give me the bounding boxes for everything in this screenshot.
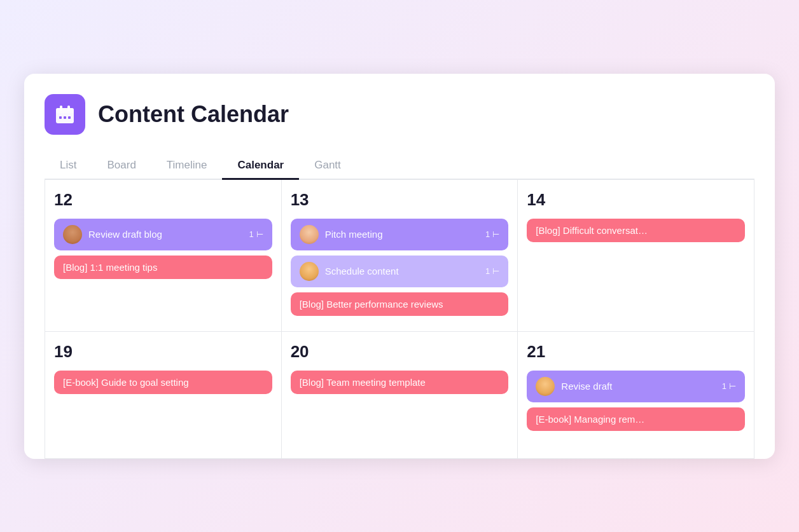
date-13: 13: [291, 190, 509, 210]
events-19: [E-book] Guide to goal setting: [54, 371, 272, 394]
event-label: [E-book] Guide to goal setting: [63, 377, 263, 388]
event-label: [Blog] Difficult conversat…: [536, 225, 736, 236]
subtask-icon: ⊢: [256, 229, 263, 239]
svg-rect-3: [67, 106, 70, 111]
nav-tabs: List Board Timeline Calendar Gantt: [45, 153, 754, 180]
events-14: [Blog] Difficult conversat…: [527, 219, 745, 242]
tab-list[interactable]: List: [45, 153, 92, 180]
event-label: [Blog] 1:1 meeting tips: [63, 262, 263, 273]
date-14: 14: [527, 190, 745, 210]
app-icon: [45, 94, 85, 135]
calendar-cell-13: 13 Pitch meeting 1 ⊢ Schedule content 1 …: [282, 180, 518, 332]
event-label: Revise draft: [561, 381, 715, 392]
svg-rect-1: [56, 108, 74, 113]
calendar-cell-21: 21 Revise draft 1 ⊢ [E-book] Managing re…: [518, 332, 754, 459]
header: Content Calendar: [45, 94, 754, 135]
event-review-draft-blog[interactable]: Review draft blog 1 ⊢: [54, 219, 272, 250]
tab-gantt[interactable]: Gantt: [299, 153, 356, 180]
events-12: Review draft blog 1 ⊢ [Blog] 1:1 meeting…: [54, 219, 272, 279]
event-label: Schedule content: [325, 266, 479, 276]
event-label: [Blog] Better performance reviews: [300, 299, 500, 310]
event-revise-draft[interactable]: Revise draft 1 ⊢: [527, 371, 745, 402]
page-title: Content Calendar: [98, 101, 289, 128]
date-12: 12: [54, 190, 272, 210]
event-schedule-content[interactable]: Schedule content 1 ⊢: [291, 256, 509, 287]
event-ebook-goal[interactable]: [E-book] Guide to goal setting: [54, 371, 272, 394]
date-20: 20: [291, 342, 509, 362]
event-pitch-meeting[interactable]: Pitch meeting 1 ⊢: [291, 219, 509, 250]
calendar-icon: [55, 104, 75, 125]
events-21: Revise draft 1 ⊢ [E-book] Managing rem…: [527, 371, 745, 431]
svg-rect-5: [64, 116, 66, 119]
date-21: 21: [527, 342, 745, 362]
calendar-cell-14: 14 [Blog] Difficult conversat…: [518, 180, 754, 332]
calendar-grid: 12 Review draft blog 1 ⊢ [Blog] 1:1 meet…: [45, 180, 754, 459]
event-blog-difficult[interactable]: [Blog] Difficult conversat…: [527, 219, 745, 242]
event-label: [Blog] Team meeting template: [300, 377, 500, 388]
avatar-man: [63, 225, 82, 244]
avatar-woman2-2: [536, 377, 555, 396]
event-blog-team-meeting[interactable]: [Blog] Team meeting template: [291, 371, 509, 394]
event-meta: 1 ⊢: [722, 381, 736, 391]
tab-board[interactable]: Board: [92, 153, 151, 180]
tab-timeline[interactable]: Timeline: [151, 153, 223, 180]
event-blog-performance[interactable]: [Blog] Better performance reviews: [291, 292, 509, 316]
calendar-cell-20: 20 [Blog] Team meeting template: [282, 332, 518, 459]
tab-calendar[interactable]: Calendar: [222, 153, 299, 180]
subtask-icon: ⊢: [492, 229, 499, 239]
event-label: [E-book] Managing rem…: [536, 414, 736, 425]
calendar-cell-19: 19 [E-book] Guide to goal setting: [45, 332, 282, 459]
svg-rect-6: [68, 116, 71, 119]
events-20: [Blog] Team meeting template: [291, 371, 509, 394]
events-13: Pitch meeting 1 ⊢ Schedule content 1 ⊢ […: [291, 219, 509, 316]
event-blog-11-meeting[interactable]: [Blog] 1:1 meeting tips: [54, 256, 272, 279]
event-meta: 1 ⊢: [249, 229, 263, 239]
event-ebook-managing[interactable]: [E-book] Managing rem…: [527, 407, 745, 431]
svg-rect-4: [59, 116, 62, 119]
event-meta: 1 ⊢: [485, 229, 499, 239]
subtask-icon: ⊢: [492, 266, 499, 276]
event-meta: 1 ⊢: [485, 266, 499, 276]
avatar-woman2: [300, 262, 319, 281]
date-19: 19: [54, 342, 272, 362]
avatar-woman1: [300, 225, 319, 244]
app-container: Content Calendar List Board Timeline Cal…: [24, 74, 775, 459]
event-label: Review draft blog: [88, 229, 242, 240]
svg-rect-2: [60, 106, 62, 111]
subtask-icon: ⊢: [729, 381, 736, 391]
event-label: Pitch meeting: [325, 229, 479, 240]
calendar-cell-12: 12 Review draft blog 1 ⊢ [Blog] 1:1 meet…: [45, 180, 282, 332]
